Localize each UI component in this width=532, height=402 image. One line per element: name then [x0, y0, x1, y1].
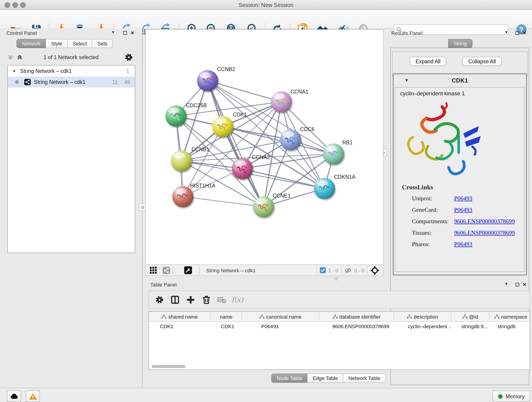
- birds-eye-view-icon[interactable]: [184, 266, 192, 274]
- node-CDC6[interactable]: CDC6: [280, 126, 315, 150]
- network-label: String Network – cdk1: [34, 79, 85, 85]
- column-header-description[interactable]: description: [394, 312, 451, 321]
- selected-checkbox-icon[interactable]: [320, 267, 326, 273]
- tab-network-table[interactable]: Network Table: [343, 374, 386, 383]
- protein-structure-image: [403, 100, 485, 179]
- expand-all-networks-icon[interactable]: [17, 54, 23, 61]
- viewbar-separator: [199, 266, 200, 274]
- edge-CCNB2-CCNE1[interactable]: [208, 81, 264, 207]
- table-cell[interactable]: 9606.ENSP00000378699: [319, 322, 394, 331]
- string-view-icon[interactable]: [163, 267, 170, 274]
- tab-edge-table[interactable]: Edge Table: [308, 374, 343, 383]
- crosslink-link-uniprot-[interactable]: P06493: [454, 195, 472, 202]
- tab-sets[interactable]: Sets: [92, 39, 113, 48]
- table-settings-gear-icon[interactable]: [152, 296, 167, 304]
- table-cell[interactable]: stringdb:9...: [451, 322, 489, 331]
- crosslink-label: Pharos:: [412, 241, 454, 248]
- table-cell[interactable]: CDK1: [149, 322, 211, 331]
- tab-node-table[interactable]: Node Table: [271, 374, 308, 383]
- control-panel-maximize-icon[interactable]: [123, 31, 127, 35]
- control-panel: Control Panel ▼ × NetworkStyleSelectSets…: [0, 28, 143, 388]
- column-header-namespace[interactable]: namespace: [489, 312, 530, 321]
- tab-string[interactable]: String: [448, 39, 472, 48]
- add-column-icon[interactable]: [183, 296, 198, 304]
- horizontal-splitter-handle[interactable]: [334, 276, 338, 281]
- cloud-status-button[interactable]: [7, 390, 21, 402]
- node-CDC25B[interactable]: CDC25B: [165, 102, 207, 127]
- memory-button[interactable]: Memory: [493, 390, 530, 402]
- tab-style[interactable]: Style: [46, 39, 68, 48]
- table-panel-maximize-icon[interactable]: [515, 283, 519, 287]
- tab-select[interactable]: Select: [68, 39, 92, 48]
- column-header--id[interactable]: @id: [451, 312, 489, 321]
- node-label: CCNB2: [217, 66, 235, 72]
- network-options-gear-icon[interactable]: [125, 53, 133, 61]
- node-CCNB1[interactable]: CCNB1: [171, 147, 209, 172]
- node-label: CCNE1: [273, 193, 291, 199]
- collection-label: String Network – cdk1: [20, 68, 72, 74]
- table-cell[interactable]: P06493: [242, 322, 319, 331]
- table-cell[interactable]: cyclin–dependent ...: [394, 322, 451, 331]
- crosslink-link-pharos-[interactable]: P06493: [454, 241, 472, 248]
- column-header-name[interactable]: name: [211, 312, 242, 321]
- table-row[interactable]: CDK1CDK1P064939606.ENSP00000378699cyclin…: [149, 322, 530, 331]
- main-toolbar: ?: [0, 10, 532, 29]
- table-panel-close-icon[interactable]: ×: [523, 282, 526, 287]
- node-CDK1[interactable]: CDK1: [212, 112, 247, 137]
- node-label: CDKN1A: [334, 174, 355, 180]
- show-columns-icon[interactable]: [167, 296, 183, 304]
- table-horizontal-scrollbar[interactable]: [152, 365, 186, 368]
- grid-view-icon[interactable]: [150, 267, 157, 274]
- control-panel-title: Control Panel: [6, 30, 37, 36]
- column-header-database-identifier[interactable]: database identifier: [319, 312, 394, 321]
- collapse-all-button[interactable]: Collapse All: [462, 57, 502, 66]
- crosslink-link-tissues-[interactable]: 9606.ENSP00000378699: [454, 229, 515, 236]
- column-header-shared-name[interactable]: shared name: [149, 312, 211, 321]
- network-canvas[interactable]: CCNB2CCNA1CDC25BCDK1CDC6RB1CCNB1CCNA2CDK…: [145, 29, 384, 265]
- column-header-canonical-name[interactable]: canonical name: [242, 312, 319, 321]
- crosslink-row: Compartments:9606.ENSP00000378699: [412, 218, 524, 225]
- tab-network[interactable]: Network: [17, 39, 46, 48]
- edge-CCNA2-CDKN1A[interactable]: [242, 169, 324, 188]
- network-collection-row[interactable]: ▼ String Network – cdk1 1: [8, 65, 135, 77]
- node-RB1[interactable]: RB1: [323, 140, 353, 165]
- function-builder-icon: f(x): [230, 296, 245, 304]
- hidden-node-edge-count: 0 - 0: [354, 268, 364, 273]
- node-label: CDC6: [300, 126, 315, 132]
- node-table: shared namenamecanonical namedatabase id…: [148, 311, 530, 370]
- network-view-toolbar: String Network – cdk1 1 - 0 0 - 0: [145, 264, 384, 276]
- edge-HIST1H1A-CCNE1[interactable]: [183, 197, 264, 207]
- collection-expand-icon[interactable]: ▼: [12, 69, 16, 73]
- results-panel-maximize-icon[interactable]: [515, 31, 519, 35]
- delete-column-icon[interactable]: [198, 296, 214, 304]
- table-panel-title: Table Panel: [150, 282, 177, 287]
- crosslink-link-genecard-[interactable]: P06493: [454, 206, 472, 214]
- column-type-icon: [462, 314, 467, 319]
- crosslink-link-compartments-[interactable]: 9606.ENSP00000378699: [454, 218, 515, 225]
- collection-count: 1: [126, 68, 129, 74]
- network-row[interactable]: String Network – cdk1 11 48: [8, 77, 135, 88]
- viewbar-separator: [173, 266, 173, 274]
- crosslink-row: Uniprot:P06493: [412, 195, 524, 202]
- network-view-title: String Network – cdk1: [206, 268, 255, 273]
- table-panel-float-icon[interactable]: ▼: [505, 282, 508, 286]
- center-view-crosshair-icon[interactable]: [370, 266, 380, 275]
- crosslinks-title: CrossLinks: [402, 184, 524, 191]
- node-CDKN1A[interactable]: CDKN1A: [314, 174, 355, 199]
- gene-symbol: CDK1: [394, 77, 526, 84]
- expand-all-button[interactable]: Expand All: [410, 57, 447, 66]
- hidden-eye-icon[interactable]: [344, 267, 352, 274]
- node-CCNA1[interactable]: CCNA1: [271, 89, 308, 112]
- node-CCNB2[interactable]: CCNB2: [197, 66, 235, 91]
- warning-status-button[interactable]: [26, 390, 40, 402]
- node-HIST1H1A[interactable]: HIST1H1A: [172, 183, 215, 207]
- node-label: CDC25B: [186, 102, 207, 108]
- table-cell[interactable]: CDK1: [211, 322, 242, 331]
- results-panel-close-icon[interactable]: ×: [523, 31, 526, 35]
- collapse-all-networks-icon[interactable]: [7, 54, 14, 61]
- table-cell[interactable]: stringdb: [489, 322, 530, 331]
- results-panel-float-icon[interactable]: ▼: [505, 30, 508, 34]
- table-toolbar: f(x): [148, 291, 530, 309]
- control-panel-close-icon[interactable]: ×: [131, 31, 134, 35]
- control-panel-float-icon[interactable]: ▼: [111, 30, 115, 34]
